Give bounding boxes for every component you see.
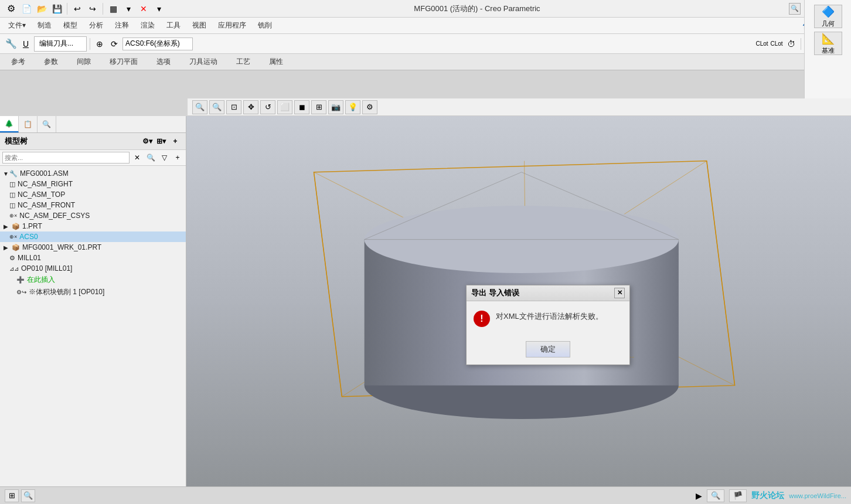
lp-tab-search[interactable]: 🔍 xyxy=(38,116,56,132)
menu-mill[interactable]: 铣削 xyxy=(252,18,278,33)
tree-root[interactable]: ▼ 🔧 MFG0001.ASM xyxy=(0,168,186,179)
menu-file[interactable]: 文件▾ xyxy=(2,18,32,33)
tree-item-1prt[interactable]: ▶ 📦 1.PRT xyxy=(0,221,186,231)
status-find-btn[interactable]: 🔍 xyxy=(707,489,724,502)
tab-params[interactable]: 参数 xyxy=(35,54,67,70)
zoom-out-btn[interactable]: 🔍 xyxy=(209,100,224,114)
wireframe-btn[interactable]: ⬜ xyxy=(277,100,292,114)
tab-retract[interactable]: 移刀平面 xyxy=(101,54,147,70)
status-zoom-btn[interactable]: 🔍 xyxy=(21,489,35,502)
tree-label-top: NC_ASM_TOP xyxy=(18,190,65,199)
pan-btn[interactable]: ✥ xyxy=(243,100,258,114)
edit-tool-btn[interactable]: 编辑刀具... xyxy=(34,36,87,52)
status-grid-btn[interactable]: ⊞ xyxy=(5,489,19,502)
dialog-error-icon: ! xyxy=(474,311,490,327)
viewport[interactable]: ACS0 RHiAGMYBIDFDE... xyxy=(186,116,851,486)
menu-tools[interactable]: 工具 xyxy=(161,18,186,33)
rotate-btn[interactable]: ↺ xyxy=(260,100,275,114)
tab-options[interactable]: 选项 xyxy=(148,54,179,70)
tree-columns-icon[interactable]: ⊞▾ xyxy=(155,135,167,147)
u-icon[interactable]: U xyxy=(19,38,32,50)
search-btn[interactable]: 🔍 xyxy=(789,3,801,15)
tree-label-wrk: MFG0001_WRK_01.PRT xyxy=(22,243,101,251)
save-btn[interactable]: 💾 xyxy=(50,2,63,15)
main-area: 🌲 📋 🔍 模型树 ⚙▾ ⊞▾ + ✕ 🔍 ▽ + ▼ 🔧 MFG0001 xyxy=(0,116,851,486)
datum-btn[interactable]: 📐 基准 xyxy=(814,32,842,55)
watermark: 野火论坛 xyxy=(751,491,784,501)
tab-process[interactable]: 工艺 xyxy=(227,54,259,70)
coord-input[interactable] xyxy=(122,38,193,50)
tab-clearance[interactable]: 间隙 xyxy=(68,54,100,70)
more-btn[interactable]: ▾ xyxy=(122,2,135,15)
tree-item-top[interactable]: ◫ NC_ASM_TOP xyxy=(0,189,186,200)
lp-tab-layers[interactable]: 📋 xyxy=(19,116,38,132)
zoom-in-btn[interactable]: 🔍 xyxy=(192,100,207,114)
tree-item-mill01[interactable]: ⚙ MILL01 xyxy=(0,253,186,263)
menu-annotation[interactable]: 注释 xyxy=(109,18,135,33)
status-flag-btn[interactable]: 🏴 xyxy=(729,489,747,502)
menu-model[interactable]: 模型 xyxy=(57,18,83,33)
dialog-close-btn[interactable]: ✕ xyxy=(614,288,625,298)
play-btn[interactable]: ▶ xyxy=(696,491,702,500)
redo-btn[interactable]: ↪ xyxy=(86,2,99,15)
tree-item-defcsys[interactable]: ⊕× NC_ASM_DEF_CSYS xyxy=(0,210,186,221)
sep1 xyxy=(67,3,67,15)
statusbar: ⊞ 🔍 ▶ 🔍 🏴 野火论坛 www.proeWildFire... xyxy=(0,486,851,504)
coord-icon[interactable]: ⊕ xyxy=(93,38,106,50)
tree-search-close[interactable]: ✕ xyxy=(131,152,143,164)
settings-btn[interactable]: ⚙ xyxy=(362,100,377,114)
tree-add-icon[interactable]: + xyxy=(169,135,181,147)
tree-item-insert[interactable]: ➕ 在此插入 xyxy=(0,274,186,286)
undo-btn[interactable]: ↩ xyxy=(71,2,84,15)
tree-item-right[interactable]: ◫ NC_ASM_RIGHT xyxy=(0,179,186,189)
tree-item-wrk[interactable]: ▶ 📦 MFG0001_WRK_01.PRT xyxy=(0,242,186,253)
tree-expand-icon[interactable]: + xyxy=(172,152,183,164)
light-btn[interactable]: 💡 xyxy=(345,100,360,114)
1prt-expand[interactable]: ▶ xyxy=(2,223,9,230)
zoom-fit-btn[interactable]: ⊡ xyxy=(226,100,241,114)
menu-analysis[interactable]: 分析 xyxy=(83,18,109,33)
view-btn[interactable]: ▦ xyxy=(107,2,120,15)
tree-item-op010[interactable]: ⊿⊿ OP010 [MILL01] xyxy=(0,263,186,274)
coord-icon2[interactable]: ⟳ xyxy=(108,38,121,50)
tree-item-volmill[interactable]: ⚙↪ ※体积块铣削 1 [OP010] xyxy=(0,286,186,298)
tab-ref[interactable]: 参考 xyxy=(2,54,34,70)
tree-item-front[interactable]: ◫ NC_ASM_FRONT xyxy=(0,200,186,210)
speed-icon[interactable]: ⏱ xyxy=(785,38,798,50)
new-btn[interactable]: 📄 xyxy=(20,2,33,15)
geometry-btn[interactable]: 🔷 几何 xyxy=(814,5,842,28)
dialog-ok-btn[interactable]: 确定 xyxy=(526,341,570,357)
clot-icon[interactable]: CLot xyxy=(755,38,768,50)
tree-item-acs0[interactable]: ⊕× ACS0 xyxy=(0,231,186,242)
close-x-btn[interactable]: ✕ xyxy=(137,2,150,15)
tree-label-right: NC_ASM_RIGHT xyxy=(18,180,73,188)
app-icon[interactable]: ⚙ xyxy=(5,2,18,15)
tab-props[interactable]: 属性 xyxy=(260,54,292,70)
toolbar2: 🔧 U 编辑刀具... ⊕ ⟳ CLot CLot ⏱ ⏸ ✓ ✕ xyxy=(0,34,851,54)
status-right: ▶ 🔍 🏴 野火论坛 www.proeWildFire... xyxy=(696,489,846,502)
menu-view[interactable]: 视图 xyxy=(186,18,212,33)
menu-apps[interactable]: 应用程序 xyxy=(212,18,252,33)
tree-find-icon[interactable]: 🔍 xyxy=(145,152,156,164)
sep4 xyxy=(801,38,801,50)
tab-tool-motion[interactable]: 刀具运动 xyxy=(181,54,226,70)
shaded-btn[interactable]: ◼ xyxy=(294,100,309,114)
tree-settings-icon[interactable]: ⚙▾ xyxy=(141,135,153,147)
tree-label-mill01: MILL01 xyxy=(18,254,41,262)
open-btn[interactable]: 📂 xyxy=(35,2,48,15)
lp-tab-tree[interactable]: 🌲 xyxy=(0,116,19,132)
camera-btn[interactable]: 📷 xyxy=(328,100,343,114)
toolbar-dropdown[interactable]: ▾ xyxy=(152,2,165,15)
menu-manufacture[interactable]: 制造 xyxy=(32,18,57,33)
tool-icon[interactable]: 🔧 xyxy=(5,38,18,50)
wrk-expand[interactable]: ▶ xyxy=(2,244,9,251)
tree-filter-icon[interactable]: ▽ xyxy=(158,152,170,164)
view-btn2[interactable]: ⊞ xyxy=(311,100,326,114)
clot2-icon[interactable]: CLot xyxy=(770,38,783,50)
dialog-message: 对XML文件进行语法解析失败。 xyxy=(496,311,603,322)
tree-search-input[interactable] xyxy=(2,152,130,164)
left-panel: 🌲 📋 🔍 模型树 ⚙▾ ⊞▾ + ✕ 🔍 ▽ + ▼ 🔧 MFG0001 xyxy=(0,116,186,486)
root-label: MFG0001.ASM xyxy=(20,169,69,178)
menu-render[interactable]: 渲染 xyxy=(135,18,161,33)
root-expand[interactable]: ▼ xyxy=(2,171,9,177)
